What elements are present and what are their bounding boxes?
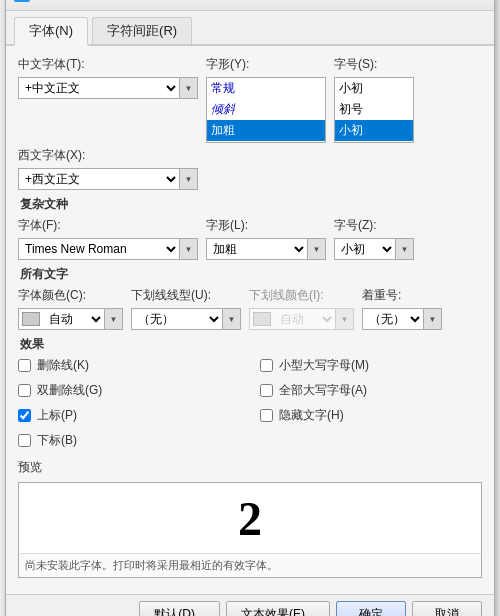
complex-section: 复杂文种 字体(F): Times New Roman ▼ 字形(L): — [18, 196, 482, 260]
xiti-item-normal[interactable]: 常规 — [207, 78, 325, 99]
zhongdian-input[interactable]: （无） — [363, 309, 423, 329]
title-bar-left: W 字体 — [14, 0, 62, 3]
cancel-button[interactable]: 取消 — [412, 601, 482, 616]
complex-zihao-input[interactable]: 小初 — [335, 239, 395, 259]
ok-button[interactable]: 确定 — [336, 601, 406, 616]
superscript-label: 上标(P) — [37, 407, 77, 424]
zihao-item-3[interactable]: 一号 — [335, 141, 413, 143]
zihao-label: 字号(S): — [334, 56, 424, 73]
complex-zihao-group: 字号(Z): 小初 ▼ — [334, 217, 414, 260]
chinese-font-input[interactable]: +中文正文 — [19, 78, 179, 98]
close-button[interactable]: ✕ — [466, 0, 486, 4]
dialog-footer: 默认(D)... 文本效果(E)... 确定 取消 — [6, 594, 494, 616]
app-icon: W — [14, 0, 30, 2]
tab-spacing[interactable]: 字符间距(R) — [92, 17, 192, 44]
complex-xiti-label: 字形(L): — [206, 217, 326, 234]
zhongdian-arrow: ▼ — [423, 309, 441, 329]
strikethrough-row: 删除线(K) — [18, 357, 240, 374]
complex-zihao-arrow: ▼ — [395, 239, 413, 259]
subscript-checkbox[interactable] — [18, 434, 31, 447]
chinese-font-arrow: ▼ — [179, 78, 197, 98]
all-text-section: 所有文字 字体颜色(C): 自动 ▼ 下划线线型(U): — [18, 266, 482, 330]
default-button[interactable]: 默认(D)... — [139, 601, 220, 616]
complex-xiti-select[interactable]: 加粗 ▼ — [206, 238, 326, 260]
double-strikethrough-checkbox[interactable] — [18, 384, 31, 397]
underline-color-label: 下划线颜色(I): — [249, 287, 354, 304]
zihao-item-2[interactable]: 小初 — [335, 120, 413, 141]
complex-font-group: 字体(F): Times New Roman ▼ — [18, 217, 198, 260]
all-caps-row: 全部大写字母(A) — [260, 382, 482, 399]
font-color-select[interactable]: 自动 ▼ — [18, 308, 123, 330]
preview-label: 预览 — [18, 459, 482, 476]
complex-font-arrow: ▼ — [179, 239, 197, 259]
underline-type-group: 下划线线型(U): （无） ▼ — [131, 287, 241, 330]
all-text-row: 字体颜色(C): 自动 ▼ 下划线线型(U): （无） — [18, 287, 482, 330]
effects-section: 效果 删除线(K) 双删除线(G) 上标(P) — [18, 336, 482, 453]
small-caps-row: 小型大写字母(M) — [260, 357, 482, 374]
fuxiang-label: 复杂文种 — [18, 196, 482, 213]
xiti-group: 字形(Y): 常规 倾斜 加粗 — [206, 56, 326, 143]
xiti-label: 字形(Y): — [206, 56, 326, 73]
dialog-title: 字体 — [36, 0, 62, 3]
zihao-group: 字号(S): 小初 初号 小初 一号 — [334, 56, 424, 143]
complex-xiti-input[interactable]: 加粗 — [207, 239, 307, 259]
underline-type-select[interactable]: （无） ▼ — [131, 308, 241, 330]
hidden-text-label: 隐藏文字(H) — [279, 407, 344, 424]
western-font-input[interactable]: +西文正文 — [19, 169, 179, 189]
zhongdian-label: 着重号: — [362, 287, 442, 304]
underline-color-input: 自动 — [274, 309, 335, 329]
chinese-font-select[interactable]: +中文正文 ▼ — [18, 77, 198, 99]
effects-right: 小型大写字母(M) 全部大写字母(A) 隐藏文字(H) — [260, 357, 482, 453]
xiti-item-bold[interactable]: 加粗 — [207, 120, 325, 141]
underline-type-arrow: ▼ — [222, 309, 240, 329]
zhongdian-select[interactable]: （无） ▼ — [362, 308, 442, 330]
xiti-listbox[interactable]: 常规 倾斜 加粗 — [206, 77, 326, 143]
complex-font-row: 字体(F): Times New Roman ▼ 字形(L): 加粗 — [18, 217, 482, 260]
font-color-input[interactable]: 自动 — [43, 309, 104, 329]
underline-color-select: 自动 ▼ — [249, 308, 354, 330]
zihao-item-0[interactable]: 小初 — [335, 78, 413, 99]
all-caps-checkbox[interactable] — [260, 384, 273, 397]
preview-note: 尚未安装此字体。打印时将采用最相近的有效字体。 — [19, 553, 481, 577]
double-strikethrough-row: 双删除线(G) — [18, 382, 240, 399]
all-caps-label: 全部大写字母(A) — [279, 382, 367, 399]
underline-type-input[interactable]: （无） — [132, 309, 222, 329]
superscript-checkbox[interactable] — [18, 409, 31, 422]
zihao-listbox[interactable]: 小初 初号 小初 一号 — [334, 77, 414, 143]
xiti-item-italic[interactable]: 倾斜 — [207, 99, 325, 120]
zihao-item-1[interactable]: 初号 — [335, 99, 413, 120]
complex-zihao-label: 字号(Z): — [334, 217, 414, 234]
complex-xiti-arrow: ▼ — [307, 239, 325, 259]
underline-color-group: 下划线颜色(I): 自动 ▼ — [249, 287, 354, 330]
chinese-font-group: 中文字体(T): +中文正文 ▼ — [18, 56, 198, 99]
superscript-row: 上标(P) — [18, 407, 240, 424]
tab-bar: 字体(N) 字符间距(R) — [6, 11, 494, 46]
hidden-text-row: 隐藏文字(H) — [260, 407, 482, 424]
tab-font[interactable]: 字体(N) — [14, 17, 88, 46]
complex-font-input[interactable]: Times New Roman — [19, 239, 179, 259]
text-effect-button[interactable]: 文本效果(E)... — [226, 601, 330, 616]
hidden-text-checkbox[interactable] — [260, 409, 273, 422]
western-font-group: 西文字体(X): +西文正文 ▼ — [18, 147, 198, 190]
effects-columns: 删除线(K) 双删除线(G) 上标(P) 下标(B) — [18, 357, 482, 453]
chinese-font-label: 中文字体(T): — [18, 56, 198, 73]
double-strikethrough-label: 双删除线(G) — [37, 382, 102, 399]
preview-box: 2 — [19, 483, 481, 553]
complex-xiti-group: 字形(L): 加粗 ▼ — [206, 217, 326, 260]
complex-zihao-select[interactable]: 小初 ▼ — [334, 238, 414, 260]
strikethrough-checkbox[interactable] — [18, 359, 31, 372]
preview-section: 预览 2 尚未安装此字体。打印时将采用最相近的有效字体。 — [18, 459, 482, 578]
suoyou-label: 所有文字 — [18, 266, 482, 283]
western-font-label: 西文字体(X): — [18, 147, 198, 164]
subscript-label: 下标(B) — [37, 432, 77, 449]
preview-box-wrapper: 2 尚未安装此字体。打印时将采用最相近的有效字体。 — [18, 482, 482, 578]
complex-font-select[interactable]: Times New Roman ▼ — [18, 238, 198, 260]
western-font-row: 西文字体(X): +西文正文 ▼ — [18, 147, 482, 190]
western-font-select[interactable]: +西文正文 ▼ — [18, 168, 198, 190]
underline-color-arrow: ▼ — [335, 309, 353, 329]
effects-left: 删除线(K) 双删除线(G) 上标(P) 下标(B) — [18, 357, 240, 453]
strikethrough-label: 删除线(K) — [37, 357, 89, 374]
small-caps-checkbox[interactable] — [260, 359, 273, 372]
complex-font-label: 字体(F): — [18, 217, 198, 234]
font-color-arrow: ▼ — [104, 309, 122, 329]
